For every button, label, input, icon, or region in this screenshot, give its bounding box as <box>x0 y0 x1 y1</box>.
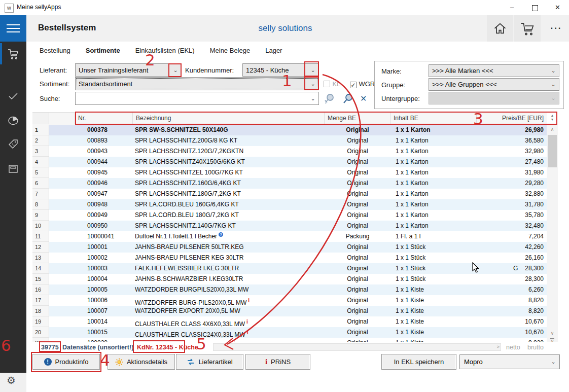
prins-button[interactable]: i PRiNS <box>245 354 310 370</box>
in-ekl-speichern-button[interactable]: In EKL speichern <box>381 354 456 370</box>
chevron-down-icon[interactable]: ⌄ <box>307 95 318 102</box>
tab-sortimente[interactable]: Sortimente <box>86 45 120 57</box>
table-row[interactable]: 19100014CLAUSTHALER CLASS 4X6X0,33L MWiO… <box>32 316 547 327</box>
scrollbar-thumb[interactable] <box>548 135 557 167</box>
cell-menge-be: Original <box>325 199 390 210</box>
brutto-label[interactable]: brutto <box>527 344 544 351</box>
table-row[interactable]: 1110000041Duftoel Nr.1 f.Toilett.1 l Bec… <box>32 231 547 242</box>
table-row[interactable]: 8000948SPR LA.CORD.BLEU 160G/6,4KG KTOri… <box>32 199 547 210</box>
tab-einkaufslisten-ekl-[interactable]: Einkaufslisten (EKL) <box>135 45 195 57</box>
scroll-right-icon[interactable]: > <box>497 344 500 350</box>
tab-meine-belege[interactable]: Meine Belege <box>210 45 251 57</box>
wgr-checkbox-box[interactable]: ✓ <box>350 82 357 88</box>
search-in-results-icon[interactable] <box>324 93 337 105</box>
table-row[interactable]: 10000950SPR LACHSSCHNITZ.140G/7KG KTOrig… <box>32 221 547 231</box>
marke-label: Marke: <box>381 67 402 75</box>
sidebar-item-belege[interactable] <box>0 158 26 180</box>
chevron-down-icon[interactable]: ⌄ <box>548 81 559 88</box>
table-row[interactable]: 16100005WATZDORDER BURGPILS20X0,33L MWOr… <box>32 284 547 295</box>
aktionsdetails-button[interactable]: Aktionsdetails <box>108 354 175 370</box>
chevron-down-icon[interactable]: ⌄ <box>307 67 318 74</box>
sidebar-item-bestellsystem[interactable] <box>0 43 26 64</box>
scroll-up-icon[interactable]: ∧ <box>547 125 558 134</box>
minimize-button[interactable]: – <box>501 0 523 15</box>
column-header-nr[interactable]: Nr. <box>75 113 133 124</box>
horizontal-scrollbar[interactable]: > <box>213 343 501 351</box>
gruppe-select[interactable]: >>> Alle Gruppen <<<⌄ <box>429 78 559 91</box>
cell-bezeichnung: WATZDORFER BURG-PILS20X0,5L MWi <box>133 295 325 306</box>
close-button[interactable]: ✕ <box>546 0 569 15</box>
red-info-icon[interactable]: i <box>247 327 248 338</box>
search-input[interactable]: ⌄ <box>75 92 319 105</box>
marke-select[interactable]: >>> Alle Marken <<<⌄ <box>429 64 559 77</box>
netto-label[interactable]: netto <box>506 344 520 351</box>
produktinfo-button[interactable]: ! Produktinfo <box>32 354 100 370</box>
hamburger-menu-button[interactable] <box>0 15 26 42</box>
kl-checkbox[interactable]: KL <box>324 80 340 89</box>
red-info-icon[interactable]: i <box>246 316 248 327</box>
sortiment-value: Standardsortiment <box>79 80 132 88</box>
table-row[interactable]: 4000944SPR LACHSSCHNITZ40X150G/6KG KTOri… <box>32 157 547 167</box>
settings-gear-icon[interactable]: ⚙ <box>7 374 16 386</box>
maximize-button[interactable] <box>523 0 546 15</box>
tab-lager[interactable]: Lager <box>265 45 282 57</box>
lieferant-select[interactable]: Unser Trainingslieferant⌄ <box>75 63 182 77</box>
home-button[interactable] <box>487 15 513 42</box>
more-menu-button[interactable]: ··· <box>545 20 568 37</box>
sidebar-item-statistik[interactable] <box>0 110 26 131</box>
row-flag-cell <box>49 189 75 199</box>
mopro-select[interactable]: Mopro ⌄ <box>459 354 560 369</box>
chevron-down-icon[interactable]: ⌄ <box>547 359 559 365</box>
clear-search-icon[interactable]: ✕ <box>360 94 367 103</box>
cell-nr: 000945 <box>75 167 133 178</box>
table-row[interactable]: 13100002JAHNS-BRAEU PILSENER KEG 30LTROr… <box>32 253 547 263</box>
cell-inhalt-be: 1 x 1 Karton <box>390 135 477 146</box>
tab-bestellung[interactable]: Bestellung <box>40 45 70 57</box>
table-row[interactable]: 14100003FALK.HEFEWEISSBIER I.KEG 30LTROr… <box>32 263 547 274</box>
sidebar-item-aktionen[interactable] <box>0 134 26 155</box>
table-row[interactable]: 15100004JAHNS-B.SCHWARZBIER I.KEG30LTROr… <box>32 274 547 284</box>
table-row[interactable]: 12100001JAHNS-BRAEU PILSENER 50LTR.KEGOr… <box>32 242 547 253</box>
kl-checkbox-box[interactable] <box>324 81 330 87</box>
sidebar <box>0 15 26 373</box>
search-icon[interactable] <box>342 93 355 105</box>
wgr-checkbox[interactable]: ✓ WGR <box>350 80 375 89</box>
column-header-bezeichnung[interactable]: Bezeichnung <box>133 113 325 124</box>
sort-indicator-icon[interactable]: ▲▼ <box>548 114 557 123</box>
cell-bezeichnung: JAHNS-B.SCHWARZBIER I.KEG30LTR <box>133 274 325 284</box>
table-row[interactable]: 9000949SPR LA.CORD.BLEU 180G/7,2KG KTOri… <box>32 210 547 221</box>
price-flag: G <box>513 265 525 272</box>
table-row[interactable]: 21100020RHINWALD ALK.FREI 20X0,5L MWiOri… <box>32 338 547 342</box>
cell-inhalt-be: 1 x 1 Karton <box>390 221 477 231</box>
chevron-down-icon[interactable]: ⌄ <box>170 67 181 74</box>
column-header-menge-be[interactable]: Menge BE <box>325 113 390 124</box>
red-info-icon[interactable]: i <box>248 295 250 306</box>
row-flag-cell <box>49 327 75 338</box>
cart-button[interactable] <box>514 15 541 42</box>
table-row[interactable]: 17100006WATZDORFER BURG-PILS20X0,5L MWiO… <box>32 295 547 306</box>
sortiment-select[interactable]: Standardsortiment⌄ <box>75 77 319 90</box>
table-row[interactable]: 2000893SPR LACHSSCHNITZ.200G/8 KG KTOrig… <box>32 135 547 146</box>
red-i-icon: i <box>265 358 267 366</box>
product-info-icon[interactable]: ? <box>219 232 223 237</box>
cell-menge-be: Original <box>325 167 390 178</box>
red-info-icon[interactable]: i <box>234 338 235 342</box>
kundennummer-select[interactable]: 12345 - Küche⌄ <box>242 63 319 77</box>
table-row[interactable]: 1000378SPR SW-S.SCHNITZEL 50X140GOrigina… <box>32 125 547 135</box>
sidebar-item-bestaetigungen[interactable] <box>0 85 26 106</box>
table-row[interactable]: 7000947SPR LACHSSCHNITZ.180G/7,2KG KTOri… <box>32 189 547 199</box>
table-row[interactable]: 6000946SPR LACHSSCHNITZ.160G/6,4KG KTOri… <box>32 178 547 189</box>
column-header-inhalt-be[interactable]: Inhalt BE <box>390 113 477 124</box>
table-row[interactable]: 3000943SPR LACHSSCHNITZ.120G/7,2KGKTNOri… <box>32 146 547 157</box>
chevron-down-icon[interactable]: ⌄ <box>548 67 559 74</box>
cell-bezeichnung: SPR LA.CORD.BLEU 160G/6,4KG KT <box>133 199 325 210</box>
sortiment-label: Sortiment: <box>40 80 69 88</box>
table-row[interactable]: 18100007WATZDORFER EXPORT 20X0,5L MWOrig… <box>32 306 547 316</box>
chevron-down-icon[interactable]: ⌄ <box>307 81 318 87</box>
table-row[interactable]: 5000945SPR LACHSSCHNITZEL 100G/7KG KTOri… <box>32 167 547 178</box>
lieferartikel-button[interactable]: Lieferartikel <box>176 354 243 370</box>
column-header-preis-be[interactable]: Preis/BE [EUR] <box>477 113 547 124</box>
vertical-scrollbar[interactable]: ∧ ∨ ∨ <box>547 125 558 347</box>
table-row[interactable]: 20100015CLAUSTHALER CLASSIC24X0,33L MWiO… <box>32 327 547 338</box>
row-number: 19 <box>32 316 49 327</box>
